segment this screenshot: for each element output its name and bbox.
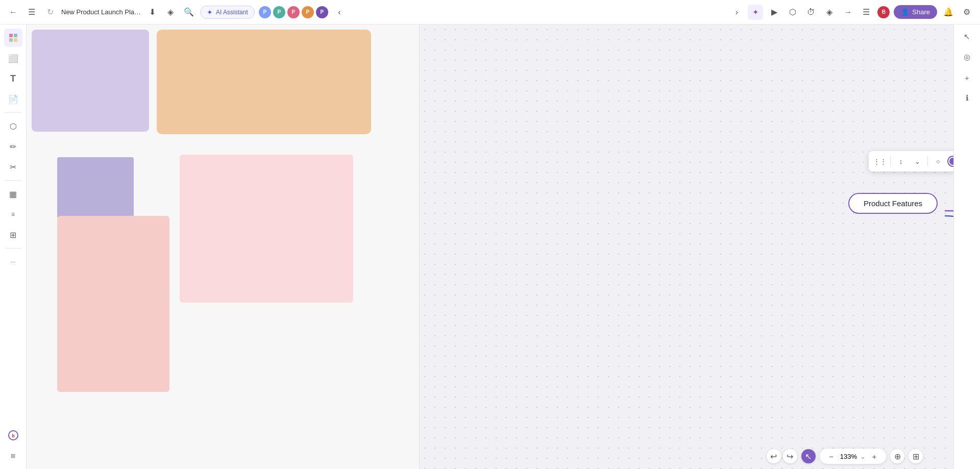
canvas-area: ⋮⋮ ↕ ⌄ ○ — ◁ ≈ ⬚ ↩ ◯ ⊞ ✦ Aa ··· (27, 24, 980, 469)
right-panel-history[interactable]: ◎ (959, 49, 975, 65)
toolbar-right: › ✦ ▶ ⬡ ⏱ ◈ → ☰ B 👤 Share 🔔 ⚙ (729, 5, 974, 20)
right-canvas[interactable]: ⋮⋮ ↕ ⌄ ○ — ◁ ≈ ⬚ ↩ ◯ ⊞ ✦ Aa ··· (420, 24, 953, 469)
user-avatar: B (877, 6, 890, 18)
menu-button[interactable]: ☰ (24, 5, 39, 19)
zoom-out-button[interactable]: − (826, 451, 837, 462)
slide-thumb-pink-large (180, 155, 353, 303)
sidebar-bottom-action[interactable]: ⊞ (4, 447, 22, 465)
svg-rect-1 (14, 34, 17, 37)
avatar-1: P (259, 6, 271, 18)
product-features-node[interactable]: Product Features (848, 193, 938, 214)
refresh-button[interactable]: ↻ (43, 5, 57, 19)
sidebar-brand-tool[interactable]: b (4, 426, 22, 445)
ai-icon: ✦ (207, 8, 213, 16)
settings-button[interactable]: ⚙ (960, 5, 974, 19)
ft-fill-icon[interactable]: ○ (931, 154, 945, 168)
slide-thumb-orange (157, 30, 371, 134)
slide-thumb-purple (32, 30, 149, 132)
svg-text:b: b (12, 433, 15, 438)
play-button[interactable]: ▶ (767, 5, 781, 19)
zoom-controls: − 133% ⌄ + (820, 449, 886, 464)
redo-button[interactable]: ↪ (783, 449, 797, 463)
slide-thumb-pink-small (57, 216, 169, 392)
svg-rect-2 (9, 38, 13, 42)
present-button[interactable]: ⬡ (786, 5, 800, 19)
share-label: Share (912, 8, 930, 16)
tag-button[interactable]: ◈ (163, 5, 178, 19)
right-panel-add[interactable]: + (959, 69, 975, 86)
sidebar-divider-2 (5, 180, 21, 181)
sidebar-divider-1 (5, 112, 21, 113)
fit-view-button[interactable]: ⊕ (890, 449, 904, 463)
ft-drag-icon[interactable]: ⋮⋮ (873, 154, 887, 168)
share-icon: 👤 (901, 8, 909, 16)
svg-rect-0 (9, 34, 13, 37)
ft-div-1 (890, 156, 891, 166)
collapse-panel-button[interactable]: ‹ (332, 5, 347, 19)
ft-layout-icon[interactable]: ↕ (894, 154, 908, 168)
avatar-2: P (273, 6, 285, 18)
sidebar-divider-3 (5, 248, 21, 249)
top-toolbar: ← ☰ ↻ New Product Launch Pla… ⬇ ◈ 🔍 ✦ AI… (0, 0, 980, 24)
doc-title: New Product Launch Pla… (61, 8, 141, 16)
ft-circle-inner (949, 158, 953, 165)
sidebar-more-tool[interactable]: ··· (4, 253, 22, 271)
zoom-dropdown-icon[interactable]: ⌄ (860, 453, 866, 460)
sidebar-text-tool[interactable]: T (4, 69, 22, 88)
svg-rect-3 (14, 38, 17, 42)
connections-svg (838, 167, 953, 320)
pointer-button[interactable]: ↖ (801, 449, 816, 463)
left-canvas[interactable] (27, 24, 420, 469)
ai-assistant-button[interactable]: ✦ AI Assistant (200, 6, 255, 19)
expand-button[interactable]: › (729, 5, 744, 19)
ft-circle-selected[interactable] (947, 156, 953, 167)
sparkle-button[interactable]: ✦ (748, 5, 763, 20)
sidebar-frame-tool[interactable]: ⬜ (4, 49, 22, 67)
right-panel-cursor[interactable]: ↖ (959, 29, 975, 45)
back-button[interactable]: ← (6, 5, 20, 19)
search-button[interactable]: 🔍 (182, 5, 196, 19)
sidebar-scissors-tool[interactable]: ✂ (4, 158, 22, 176)
toolbar-left: ← ☰ ↻ New Product Launch Pla… ⬇ ◈ 🔍 ✦ AI… (6, 5, 725, 19)
ft-div-2 (927, 156, 928, 166)
avatar-3: P (287, 6, 300, 18)
zoom-in-button[interactable]: + (869, 451, 880, 462)
share-button[interactable]: 👤 Share (894, 5, 937, 19)
avatar-5: P (316, 6, 328, 18)
avatar-group: P P P P P (259, 6, 328, 18)
grid-toggle-button[interactable]: ⊞ (909, 449, 923, 463)
ft-layout-dropdown[interactable]: ⌄ (910, 154, 924, 168)
product-features-label: Product Features (864, 199, 922, 208)
timer-button[interactable]: ⏱ (804, 5, 818, 19)
left-sidebar: ⬜ T 📄 ⬡ ✏ ✂ ▦ ≡ ⊞ ··· b ⊞ (0, 24, 27, 469)
main-content: ⬜ T 📄 ⬡ ✏ ✂ ▦ ≡ ⊞ ··· b ⊞ (0, 24, 980, 469)
notification-button[interactable]: 🔔 (941, 5, 955, 19)
right-panel: ↖ ◎ + ℹ (953, 24, 980, 469)
sidebar-grid-tool[interactable]: ⊞ (4, 226, 22, 244)
sidebar-list-tool[interactable]: ≡ (4, 205, 22, 224)
right-panel-info[interactable]: ℹ (959, 90, 975, 106)
arrow-button[interactable]: → (841, 5, 855, 19)
avatar-4: P (302, 6, 314, 18)
sidebar-design-tool[interactable] (4, 29, 22, 47)
slide-thumb-darkpurple (57, 157, 134, 218)
undo-button[interactable]: ↩ (767, 449, 781, 463)
ai-assistant-label: AI Assistant (216, 9, 248, 16)
bottom-controls: ↩ ↪ ↖ − 133% ⌄ + ⊕ ⊞ (767, 449, 923, 464)
history-controls: ↩ ↪ (767, 449, 797, 463)
sidebar-shape-tool[interactable]: ⬡ (4, 117, 22, 135)
sidebar-table-tool[interactable]: ▦ (4, 185, 22, 203)
floating-toolbar: ⋮⋮ ↕ ⌄ ○ — ◁ ≈ ⬚ ↩ ◯ ⊞ ✦ Aa ··· (869, 151, 953, 171)
list-button[interactable]: ☰ (859, 5, 873, 19)
sidebar-pen-tool[interactable]: ✏ (4, 137, 22, 156)
sidebar-sticky-tool[interactable]: 📄 (4, 90, 22, 108)
shapes-button[interactable]: ◈ (822, 5, 837, 19)
download-button[interactable]: ⬇ (145, 5, 159, 19)
zoom-level: 133% (840, 453, 857, 460)
